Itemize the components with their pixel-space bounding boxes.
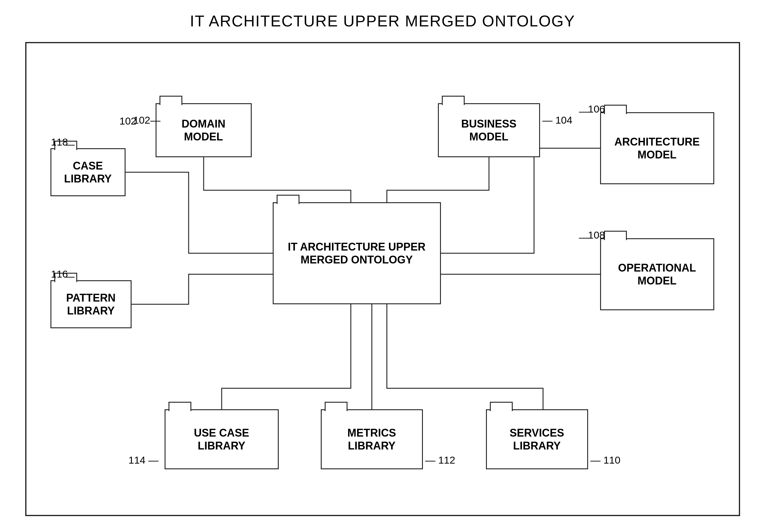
metrics-library-node: METRICS LIBRARY bbox=[321, 409, 423, 469]
use-case-ref: 114 — bbox=[129, 454, 159, 466]
pattern-ref-line: — bbox=[65, 270, 75, 282]
arch-ref-line: — bbox=[579, 105, 589, 117]
architecture-model-node: ARCHITECTURE MODEL bbox=[600, 112, 714, 184]
business-model-ref: — 104 bbox=[542, 114, 572, 126]
case-library-node: CASE LIBRARY bbox=[50, 148, 126, 196]
use-case-library-label: USE CASE LIBRARY bbox=[194, 426, 249, 452]
case-library-label: CASE LIBRARY bbox=[64, 159, 112, 185]
pattern-library-node: PATTERN LIBRARY bbox=[50, 280, 132, 328]
business-model-label: BUSINESS MODEL bbox=[461, 117, 516, 143]
use-case-library-node: USE CASE LIBRARY bbox=[165, 409, 279, 469]
business-model-node: BUSINESS MODEL bbox=[438, 103, 540, 157]
pattern-library-label: PATTERN LIBRARY bbox=[66, 291, 116, 317]
architecture-model-ref: 106 bbox=[588, 103, 605, 115]
metrics-ref: — 112 bbox=[425, 454, 455, 466]
central-node: IT ARCHITECTURE UPPER MERGED ONTOLOGY bbox=[273, 202, 441, 304]
operational-model-label: OPERATIONAL MODEL bbox=[618, 261, 696, 287]
services-library-node: SERVICES LIBRARY bbox=[486, 409, 588, 469]
operational-model-ref: 108 bbox=[588, 229, 605, 241]
op-ref-line: — bbox=[579, 231, 589, 243]
operational-model-node: OPERATIONAL MODEL bbox=[600, 238, 714, 310]
page-title: IT ARCHITECTURE UPPER MERGED ONTOLOGY bbox=[190, 12, 575, 30]
services-ref: — 110 bbox=[590, 454, 620, 466]
domain-model-node: DOMAIN MODEL bbox=[156, 103, 252, 157]
central-label: IT ARCHITECTURE UPPER MERGED ONTOLOGY bbox=[288, 240, 425, 266]
diagram-container: DOMAIN MODEL 102 102— BUSINESS MODEL — 1… bbox=[25, 42, 740, 516]
metrics-library-label: METRICS LIBRARY bbox=[348, 426, 396, 452]
architecture-model-label: ARCHITECTURE MODEL bbox=[614, 135, 700, 161]
services-library-label: SERVICES LIBRARY bbox=[510, 426, 564, 452]
domain-model-label: DOMAIN MODEL bbox=[182, 117, 226, 143]
domain-model-ref-arrow: 102— bbox=[133, 114, 161, 126]
case-ref-line: — bbox=[65, 138, 75, 150]
